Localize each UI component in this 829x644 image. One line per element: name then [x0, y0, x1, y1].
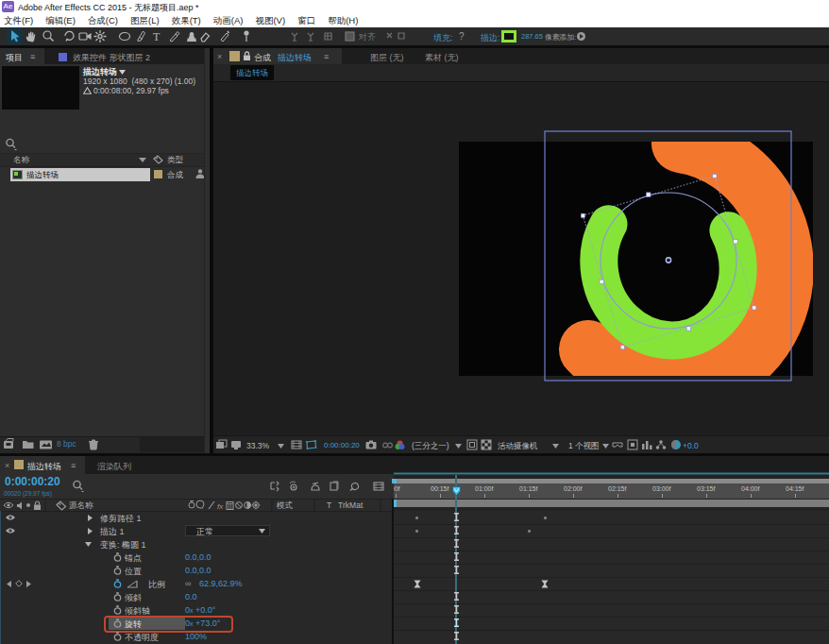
- svg-text:fx: fx: [217, 502, 224, 511]
- svg-text:T: T: [153, 30, 161, 43]
- svg-text:对齐: 对齐: [358, 32, 376, 42]
